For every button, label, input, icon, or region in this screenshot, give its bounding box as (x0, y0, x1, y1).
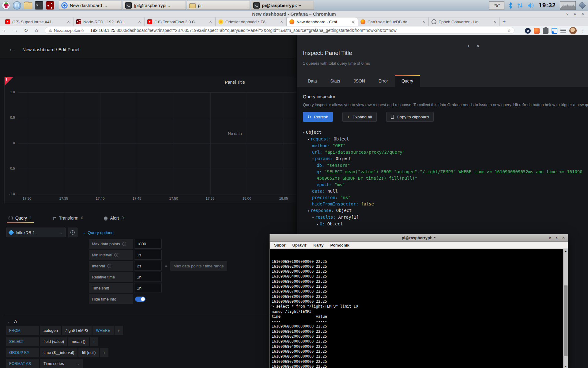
tab-close-icon[interactable]: ✕ (209, 20, 213, 24)
inspector-tab[interactable]: Stats (324, 75, 347, 87)
taskbar-window-button[interactable]: New dashboard ... (59, 1, 122, 10)
panel-error-icon[interactable]: ! (5, 77, 13, 86)
json-tree-row[interactable]: url:"api/datasources/proxy/2/query" (303, 149, 588, 155)
browser-tab[interactable]: Odeslat odpověď • Fó ✕ (216, 17, 287, 26)
browser-launcher-icon[interactable] (13, 1, 21, 10)
taskbar-window-button[interactable]: pi (187, 1, 250, 10)
tree-expand-icon[interactable] (307, 136, 311, 143)
inspector-tab[interactable]: Error (372, 75, 395, 87)
drawer-collapse-icon[interactable]: ‹ (468, 43, 469, 49)
json-tree-row[interactable]: epoch:"ms" (303, 182, 588, 188)
tree-expand-icon[interactable] (303, 129, 306, 136)
json-tree-row[interactable]: 4509652ms GROUP BY time(2s) fill(null)" (303, 175, 588, 182)
json-tree-row[interactable]: db:"sensors" (303, 162, 588, 169)
tree-expand-icon[interactable] (317, 221, 320, 228)
browser-tab[interactable]: (18) TensorFlow 2.0 C ✕ (145, 17, 216, 26)
home-icon[interactable]: ⌂ (31, 28, 42, 33)
add-segment-button[interactable]: + (100, 348, 108, 357)
tab-close-icon[interactable]: ✕ (138, 20, 141, 24)
terminal-menu-item[interactable]: Pomocník (327, 243, 353, 247)
browser-menu-icon[interactable]: ⋮ (580, 28, 586, 33)
json-tree-row[interactable]: data:null (303, 188, 588, 194)
window-close-icon[interactable]: ✕ (581, 11, 584, 17)
query-segment[interactable]: autogen (40, 326, 61, 335)
add-segment-button[interactable]: + (115, 326, 123, 335)
tab-close-icon[interactable]: ✕ (280, 20, 284, 24)
query-segment[interactable]: fill (null) (78, 348, 99, 357)
query-action-segment[interactable]: WHERE (92, 326, 114, 335)
refresh-button[interactable]: ↻ Refresh (303, 112, 333, 122)
browser-tab[interactable]: (17) SuperHouse #41 ✕ (2, 17, 74, 26)
option-input[interactable]: 1800 (134, 239, 162, 249)
datasource-help-button[interactable]: i (68, 228, 77, 237)
temperature-indicator[interactable]: 25° (489, 1, 504, 10)
browser-tab[interactable]: New dashboard - Graf ✕ (287, 17, 358, 26)
hide-time-info-toggle[interactable] (135, 297, 145, 302)
terminal-menu-item[interactable]: Súbor (271, 243, 289, 247)
inspector-tab[interactable]: JSON (347, 75, 371, 87)
back-arrow-icon[interactable]: ← (9, 46, 14, 52)
terminal-output[interactable]: 1610906801000000000 22.25161090680200000… (270, 249, 563, 368)
inspector-tab[interactable]: Query (395, 75, 420, 87)
option-input[interactable]: 2s (134, 261, 162, 271)
terminal-titlebar[interactable]: pi@raspberrypi: ~ ∨ ∧ ✕ (270, 234, 568, 242)
terminal-minimize-icon[interactable]: ∨ (548, 234, 551, 242)
add-segment-button[interactable]: + (90, 337, 98, 346)
address-bar[interactable]: ⚠ Nezabezpečené | 192.168.1.25 :3000/das… (45, 27, 514, 34)
scroll-down-icon[interactable]: ▼ (564, 364, 568, 368)
json-tree-row[interactable]: hideFromInspector:false (303, 201, 588, 207)
terminal-scrollbar[interactable]: ▲ ▼ (563, 249, 568, 368)
browser-tab[interactable]: Can't see InfluxDB da ✕ (358, 17, 429, 26)
raspberry-menu-icon[interactable] (2, 1, 10, 10)
bluetooth-icon[interactable] (508, 2, 513, 9)
profile-avatar[interactable] (569, 27, 577, 34)
json-tree-row[interactable]: method:"GET" (303, 143, 588, 149)
taskbar-window-button[interactable]: pi@raspberrypi: ~ (251, 1, 314, 10)
extensions-puzzle-icon[interactable] (543, 28, 548, 34)
cpu-monitor[interactable] (560, 1, 576, 10)
scrollbar-thumb[interactable] (564, 286, 567, 356)
inspector-tab[interactable]: Data (301, 75, 324, 87)
tree-expand-icon[interactable] (312, 214, 315, 221)
extension-orange-icon[interactable] (534, 28, 540, 34)
tab-close-icon[interactable]: ✕ (66, 20, 70, 24)
tab-transform[interactable]: ⇄ Transform 0 (51, 214, 85, 222)
query-a-header[interactable]: ⌄ A (7, 319, 17, 324)
browser-tab[interactable]: Node-RED : 192.168.1 ✕ (74, 17, 145, 26)
reload-icon[interactable]: ↻ (21, 28, 31, 33)
window-maximize-icon[interactable]: ∧ (574, 11, 577, 17)
window-minimize-icon[interactable]: ∨ (566, 11, 569, 17)
volume-icon[interactable] (527, 2, 535, 9)
network-arrows-icon[interactable] (517, 2, 523, 9)
new-tab-button[interactable]: + (500, 17, 508, 26)
drawer-close-icon[interactable]: ✕ (476, 43, 480, 49)
extension-e-icon[interactable]: e (525, 28, 531, 34)
datasource-picker[interactable]: InfluxDB-1 ⌄ (6, 228, 66, 237)
node-red-icon[interactable] (46, 1, 54, 10)
query-segment[interactable]: field (value) (40, 337, 67, 346)
tree-expand-icon[interactable] (312, 156, 315, 162)
cast-icon[interactable] (552, 28, 557, 34)
reading-list-icon[interactable] (560, 28, 566, 34)
terminal-launcher-icon[interactable] (35, 1, 43, 10)
tab-close-icon[interactable]: ✕ (493, 20, 497, 24)
option-input[interactable]: 1h (134, 283, 162, 293)
query-segment[interactable]: /light/TEMP3 (62, 326, 92, 335)
back-icon[interactable]: ← (0, 28, 10, 33)
json-tree-row[interactable]: Object (303, 129, 588, 136)
option-input[interactable]: 1s (134, 250, 162, 260)
expand-all-button[interactable]: + Expand all (342, 112, 377, 122)
bookmark-star-icon[interactable]: ☆ (507, 28, 511, 33)
terminal-close-icon[interactable]: ✕ (562, 234, 565, 242)
eject-icon[interactable] (579, 2, 586, 9)
query-segment[interactable]: time ($__interval) (40, 348, 77, 357)
json-tree-row[interactable]: 0:Object (303, 221, 588, 228)
terminal-menu-item[interactable]: Karty (310, 243, 327, 247)
query-options-toggle[interactable]: ⌄ Query options (83, 230, 113, 235)
file-manager-icon[interactable] (24, 2, 32, 9)
tree-expand-icon[interactable] (307, 208, 311, 214)
terminal-maximize-icon[interactable]: ∧ (555, 234, 558, 242)
tab-close-icon[interactable]: ✕ (422, 20, 426, 24)
forward-icon[interactable]: → (10, 28, 21, 33)
json-tree-row[interactable]: precision:"ms" (303, 194, 588, 201)
